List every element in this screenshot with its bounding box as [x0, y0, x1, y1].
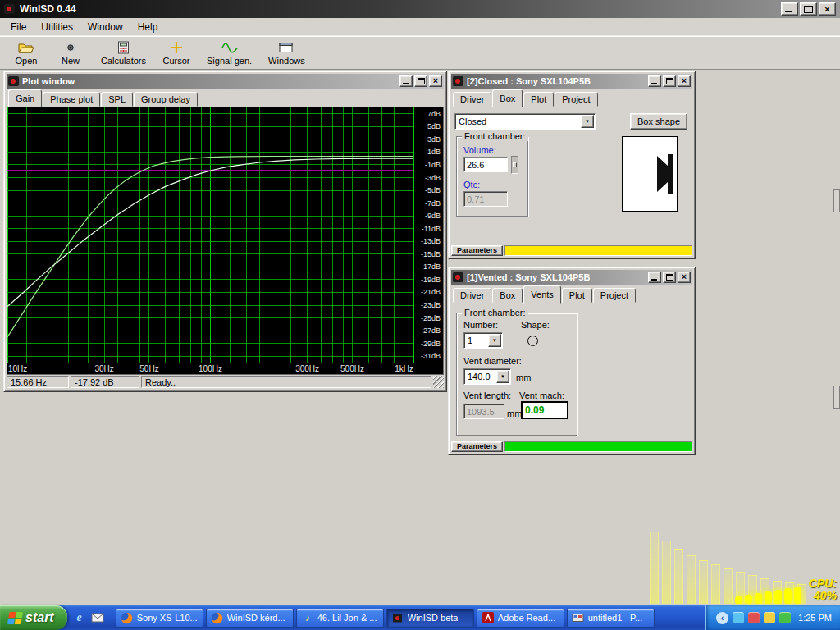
closed-restore-button[interactable]: [663, 75, 676, 87]
taskbar-task-2[interactable]: WinISD kérd...: [206, 609, 294, 628]
tray-icon-4[interactable]: [779, 612, 791, 623]
gain-plot-canvas[interactable]: 7dB5dB3dB1dB-1dB-3dB-5dB-7dB-9dB-11dB-13…: [7, 107, 444, 375]
menu-window[interactable]: Window: [80, 19, 130, 35]
x-axis-label: 1kHz: [395, 364, 413, 373]
plot-window-titlebar[interactable]: Plot window ×: [7, 74, 444, 89]
closed-tab-driver[interactable]: Driver: [453, 92, 491, 107]
tray-icons: [733, 612, 791, 623]
x-axis-label: 30Hz: [94, 364, 113, 373]
toolbar-cursor-button[interactable]: Cursor: [155, 38, 198, 68]
plot-tab-spl[interactable]: SPL: [101, 92, 133, 107]
closed-parameters-button[interactable]: Parameters: [451, 245, 503, 256]
qtc-input: [463, 191, 508, 207]
vented-tab-project[interactable]: Project: [593, 288, 636, 303]
vented-restore-button[interactable]: [663, 272, 676, 283]
menubar: FileUtilitiesWindowHelp: [0, 18, 840, 36]
plot-window: Plot window × GainPhase plotSPLGroup del…: [3, 71, 447, 392]
quick-launch-mail-icon[interactable]: [90, 610, 105, 625]
tray-icon-2[interactable]: [748, 612, 760, 623]
vent-mach-field[interactable]: [521, 401, 568, 419]
menu-file[interactable]: File: [3, 19, 34, 35]
toolbar-calculators-button[interactable]: Calculators: [94, 38, 153, 68]
cursor-crosshair-icon: [170, 40, 183, 55]
box-shape-button[interactable]: Box shape: [630, 113, 687, 130]
vented-tab-box[interactable]: Box: [492, 288, 523, 303]
tray-icon-1[interactable]: [733, 612, 744, 623]
winisd-icon: [391, 611, 404, 624]
number-dropdown-arrow-icon[interactable]: ▼: [488, 334, 501, 347]
tray-chevron-icon[interactable]: ‹: [716, 612, 728, 624]
open-folder-icon: [18, 40, 34, 55]
closed-box-window: [2]Closed : Sony SXL104P5B × DriverBoxPl…: [448, 71, 696, 259]
box-type-select[interactable]: Closed ▼: [454, 113, 596, 130]
vented-tab-driver[interactable]: Driver: [453, 288, 491, 303]
menu-utilities[interactable]: Utilities: [34, 19, 80, 35]
toolbar-new-button[interactable]: New: [49, 38, 92, 68]
volume-label[interactable]: Volume:: [463, 145, 496, 155]
closed-window-icon: [453, 76, 463, 86]
vented-tab-vents[interactable]: Vents: [523, 285, 561, 304]
vents-tab-panel: Front chamber: Number: Shape: 1 ▼ Vent d…: [451, 303, 692, 440]
vented-window-titlebar[interactable]: [1]Vented : Sony SXL104P5B ×: [451, 270, 692, 285]
taskbar-task-4[interactable]: WinISD beta: [386, 609, 474, 628]
taskbar-task-5[interactable]: Adobe Read...: [477, 609, 564, 628]
toolbar-windows-button[interactable]: Windows: [261, 38, 313, 68]
main-restore-button[interactable]: [800, 2, 817, 16]
y-axis-label: -21dB: [421, 288, 441, 296]
closed-window-titlebar[interactable]: [2]Closed : Sony SXL104P5B ×: [451, 74, 692, 89]
closed-tab-box[interactable]: Box: [492, 89, 523, 107]
toolbar-open-button[interactable]: Open: [5, 38, 48, 68]
cpu-history-bar: [724, 568, 733, 604]
closed-minimize-button[interactable]: [648, 75, 661, 87]
paint-icon: [572, 611, 585, 624]
vented-parameters-button[interactable]: Parameters: [451, 441, 503, 452]
plot-restore-button[interactable]: [414, 75, 427, 87]
speaker-driver-icon: [654, 151, 675, 197]
taskbar-divider: [112, 609, 114, 626]
vented-minimize-button[interactable]: [648, 272, 661, 283]
closed-close-button[interactable]: ×: [678, 75, 691, 87]
closed-tab-project[interactable]: Project: [555, 92, 597, 107]
number-of-vents-select[interactable]: 1 ▼: [463, 332, 503, 349]
start-button[interactable]: start: [0, 605, 67, 630]
vent-diameter-dropdown-arrow-icon[interactable]: ▼: [496, 370, 509, 383]
toolbar-signal-gen-button[interactable]: Signal gen.: [199, 38, 259, 68]
y-axis-label: 1dB: [427, 148, 441, 156]
cpu-readout: CPU: 40%: [809, 578, 837, 602]
vent-diameter-select[interactable]: 140.0 ▼: [463, 368, 511, 385]
vented-tab-plot[interactable]: Plot: [562, 288, 592, 303]
app-title: WinISD 0.44: [20, 3, 76, 15]
clock[interactable]: 1:25 PM: [798, 613, 832, 623]
qtc-label[interactable]: Qtc:: [463, 180, 480, 189]
quick-launch: e: [67, 605, 110, 630]
resize-grip[interactable]: [433, 376, 444, 388]
y-axis-label: -9dB: [425, 212, 441, 220]
vent-length-label: Vent length:: [463, 390, 511, 400]
closed-tab-plot[interactable]: Plot: [523, 92, 554, 107]
quick-launch-ie-icon[interactable]: e: [72, 610, 87, 625]
plot-close-button[interactable]: ×: [429, 75, 442, 87]
plot-tab-gain[interactable]: Gain: [8, 89, 42, 107]
plot-minimize-button[interactable]: [399, 75, 413, 87]
main-minimize-button[interactable]: [781, 2, 798, 16]
x-axis-label: 300Hz: [295, 364, 319, 373]
vent-shape-circle-icon[interactable]: [527, 336, 538, 346]
vented-statusbar: Parameters: [451, 441, 692, 452]
taskbar-task-6[interactable]: untitled1 - P...: [567, 609, 655, 628]
box-shape-preview: [622, 136, 678, 212]
tray-icon-3[interactable]: [764, 612, 775, 623]
menu-help[interactable]: Help: [130, 19, 166, 35]
music-note-icon: ♪: [301, 611, 314, 624]
main-close-button[interactable]: ×: [819, 2, 836, 16]
taskbar-task-1[interactable]: Sony XS-L10...: [116, 609, 203, 628]
vented-close-button[interactable]: ×: [678, 272, 691, 283]
box-type-dropdown-arrow-icon[interactable]: ▼: [581, 115, 594, 128]
taskbar-task-3[interactable]: ♪46. Lil Jon & ...: [296, 609, 384, 628]
volume-input[interactable]: [463, 157, 508, 172]
diameter-unit-label: mm: [516, 372, 531, 382]
main-titlebar[interactable]: WinISD 0.44 ×: [0, 0, 840, 18]
plot-tab-group-delay[interactable]: Group delay: [134, 92, 198, 107]
x-axis-label: 10Hz: [8, 364, 27, 373]
plot-tab-phase-plot[interactable]: Phase plot: [43, 92, 100, 107]
volume-slider[interactable]: [511, 156, 518, 174]
